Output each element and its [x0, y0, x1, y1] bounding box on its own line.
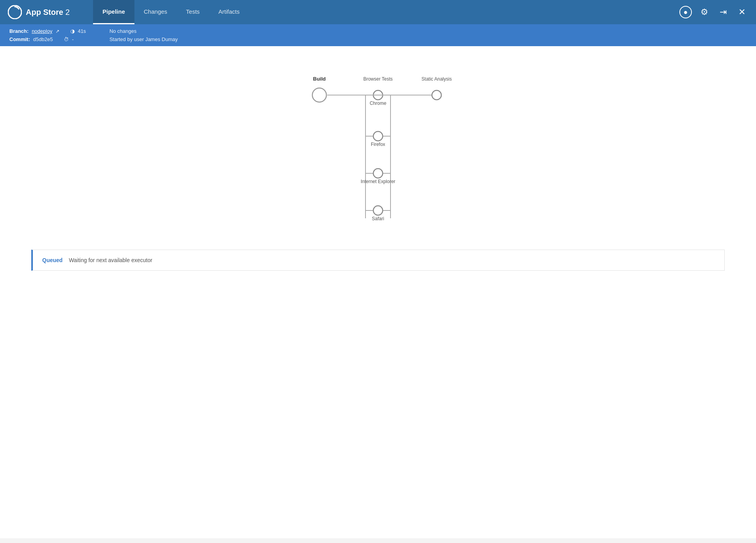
status-line2: Started by user James Dumay — [109, 36, 178, 42]
safari-node[interactable] — [373, 206, 383, 215]
commit-label: Commit: — [9, 36, 30, 42]
redirect-button[interactable]: ⇥ — [717, 6, 729, 18]
pipeline-svg: Build Browser Tests Static Analysis Chro… — [269, 70, 487, 234]
browser-tests-stage-label: Browser Tests — [363, 76, 392, 82]
firefox-node[interactable] — [373, 131, 383, 141]
build-stage-label: Build — [313, 76, 326, 82]
tab-pipeline[interactable]: Pipeline — [93, 0, 134, 24]
branch-row: Branch: nodeploy ↗ ◑ 41s — [9, 28, 86, 34]
meta-left: Branch: nodeploy ↗ ◑ 41s Commit: d5db2e5… — [9, 28, 86, 42]
main-content: Build Browser Tests Static Analysis Chro… — [0, 46, 756, 538]
static-analysis-stage-label: Static Analysis — [421, 76, 451, 82]
time-value: - — [72, 36, 73, 42]
gear-icon: ⚙ — [700, 7, 708, 17]
app-logo-icon — [8, 5, 22, 19]
nav-tabs: Pipeline Changes Tests Artifacts — [93, 0, 679, 24]
branch-value[interactable]: nodeploy — [32, 28, 52, 34]
chrome-label: Chrome — [370, 101, 387, 106]
static-analysis-node[interactable] — [432, 90, 441, 100]
ie-label: Internet Explorer — [361, 179, 396, 184]
redirect-icon: ⇥ — [720, 7, 727, 17]
header: App Store 2 Pipeline Changes Tests Artif… — [0, 0, 756, 24]
build-node[interactable] — [312, 88, 326, 102]
settings-button[interactable]: ⚙ — [698, 6, 711, 18]
tab-changes[interactable]: Changes — [134, 0, 177, 24]
external-link-icon: ↗ — [56, 29, 59, 34]
status-line1: No changes — [109, 28, 178, 34]
commit-row: Commit: d5db2e5 ⏱ - — [9, 36, 86, 42]
subheader: Branch: nodeploy ↗ ◑ 41s Commit: d5db2e5… — [0, 24, 756, 46]
tab-tests[interactable]: Tests — [177, 0, 209, 24]
ie-node[interactable] — [373, 169, 383, 178]
header-actions: ● ⚙ ⇥ ✕ — [679, 6, 748, 18]
branch-label: Branch: — [9, 28, 29, 34]
app-title[interactable]: App Store 2 — [26, 8, 70, 17]
svg-point-0 — [8, 5, 21, 19]
clock-icon: ⏱ — [64, 36, 69, 42]
pipeline-diagram: Build Browser Tests Static Analysis Chro… — [16, 62, 740, 250]
queued-section: Queued Waiting for next available execut… — [31, 250, 725, 271]
safari-label: Safari — [372, 216, 384, 221]
stop-icon: ● — [684, 8, 688, 16]
firefox-label: Firefox — [371, 142, 385, 147]
stop-button[interactable]: ● — [679, 6, 692, 18]
commit-value: d5db2e5 — [33, 36, 53, 42]
logo-area: App Store 2 — [8, 5, 70, 19]
queued-message: Waiting for next available executor — [69, 257, 152, 263]
status-info: No changes Started by user James Dumay — [109, 28, 178, 42]
tab-artifacts[interactable]: Artifacts — [209, 0, 249, 24]
close-icon: ✕ — [738, 7, 745, 17]
close-button[interactable]: ✕ — [736, 6, 748, 18]
queued-label: Queued — [42, 257, 63, 263]
duration-value: 41s — [78, 28, 86, 34]
duration-icon: ◑ — [70, 28, 75, 34]
